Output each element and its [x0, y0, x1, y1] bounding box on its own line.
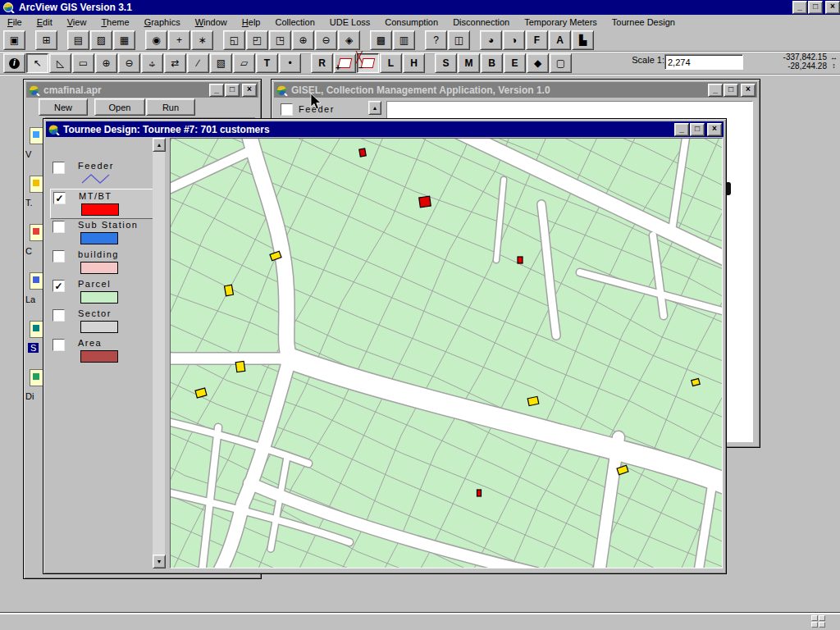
- query-builder-button[interactable]: ∗: [191, 30, 213, 50]
- theme-properties-button[interactable]: ▤: [67, 30, 89, 50]
- mtbt-marker[interactable]: [419, 196, 431, 208]
- remove-polygon-tool[interactable]: −╳: [357, 53, 379, 73]
- select-none-button[interactable]: ▩: [370, 30, 392, 50]
- app-minimize-button[interactable]: _: [792, 1, 807, 14]
- resize-grip[interactable]: [811, 615, 826, 628]
- project-sidebar-item-selected[interactable]: S: [28, 343, 39, 353]
- tournee-close-button[interactable]: ×: [707, 123, 722, 136]
- open-theme-table-button[interactable]: ▦: [113, 30, 135, 50]
- edit-legend-button[interactable]: ▨: [90, 30, 112, 50]
- menu-temporary-meters[interactable]: Temporary Meters: [517, 16, 605, 29]
- zoom-previous-button[interactable]: ◈: [338, 30, 360, 50]
- project-maximize-button[interactable]: □: [225, 84, 240, 97]
- run-button[interactable]: Run: [146, 98, 195, 116]
- select-box-tool[interactable]: ▭: [72, 53, 94, 73]
- add-polygon-tool[interactable]: +: [334, 53, 356, 73]
- menu-theme[interactable]: Theme: [94, 16, 136, 29]
- chart-tool-button[interactable]: ▙: [572, 30, 594, 50]
- menu-help[interactable]: Help: [235, 16, 268, 29]
- rounded-rect-tool[interactable]: ▢: [550, 53, 572, 73]
- customer-marker[interactable]: [527, 396, 539, 405]
- scale-input[interactable]: [664, 54, 743, 70]
- l-tool[interactable]: L: [380, 53, 402, 73]
- locate-address-button[interactable]: +: [168, 30, 190, 50]
- b-tool[interactable]: B: [481, 53, 503, 73]
- e-tool[interactable]: E: [504, 53, 526, 73]
- legend-checkbox[interactable]: [52, 221, 65, 233]
- project-minimize-button[interactable]: _: [209, 84, 224, 97]
- a-tool-button[interactable]: A: [549, 30, 571, 50]
- gisel-window-titlebar[interactable]: GISEL, Collection Management Application…: [274, 82, 757, 98]
- open-button[interactable]: Open: [94, 98, 145, 116]
- tournee-window[interactable]: Tournee Design: Tournee #7: 701 customer…: [43, 118, 727, 574]
- help-pointer-button[interactable]: ?: [425, 30, 447, 50]
- f-tool-button[interactable]: F: [526, 30, 548, 50]
- mtbt-marker[interactable]: [518, 257, 523, 263]
- identify-tool[interactable]: i: [3, 53, 25, 73]
- customer-marker[interactable]: [235, 361, 245, 372]
- diamond-tool[interactable]: ◆: [527, 53, 549, 73]
- app-titlebar[interactable]: ArcView GIS Version 3.1 _□×: [0, 0, 840, 15]
- gisel-legend-scroll-up[interactable]: ▲: [368, 101, 381, 115]
- legend-checkbox[interactable]: [52, 339, 65, 351]
- gisel-maximize-button[interactable]: □: [724, 84, 738, 97]
- legend-item-sector[interactable]: Sector: [50, 307, 152, 336]
- callout-tool[interactable]: ▱: [233, 53, 255, 73]
- add-theme-button[interactable]: ⊞: [35, 30, 57, 50]
- pointer-tool[interactable]: ↖: [26, 53, 48, 73]
- menu-disconnection[interactable]: Disconnection: [445, 16, 517, 29]
- legend-item-mt-bt[interactable]: ✓MT/BT: [50, 189, 153, 219]
- legend-checkbox[interactable]: [52, 309, 65, 322]
- m-tool[interactable]: M: [458, 53, 480, 73]
- h-tool[interactable]: H: [403, 53, 425, 73]
- fill-pattern-tool[interactable]: ▧: [210, 53, 232, 73]
- gisel-feeder-checkbox[interactable]: [281, 103, 293, 116]
- legend-scroll-down[interactable]: ▼: [153, 555, 166, 568]
- legend-item-parcel[interactable]: ✓Parcel: [50, 277, 152, 306]
- legend-checkbox[interactable]: ✓: [53, 192, 66, 204]
- project-window-titlebar[interactable]: cmafinal.apr _□×: [26, 82, 258, 98]
- half-pie-button[interactable]: ◑: [503, 30, 525, 50]
- zoom-full-extent-button[interactable]: ◱: [223, 30, 245, 50]
- app-close-button[interactable]: ×: [825, 1, 840, 14]
- tournee-maximize-button[interactable]: □: [690, 123, 705, 136]
- menu-collection[interactable]: Collection: [267, 16, 322, 29]
- legend-item-sub-station[interactable]: Sub Station: [50, 218, 152, 247]
- point-tool[interactable]: •: [279, 53, 301, 73]
- gisel-minimize-button[interactable]: _: [708, 84, 723, 97]
- legend-editor-button[interactable]: ▥: [393, 30, 415, 50]
- legend-scroll-up[interactable]: ▲: [153, 138, 166, 152]
- menu-view[interactable]: View: [60, 16, 94, 29]
- menu-window[interactable]: Window: [188, 16, 235, 29]
- tournee-map-canvas[interactable]: [170, 138, 723, 568]
- dialog-designer-button[interactable]: ◫: [448, 30, 470, 50]
- legend-checkbox[interactable]: [52, 250, 65, 262]
- draw-tool[interactable]: ∕: [187, 53, 209, 73]
- zoom-out-button[interactable]: ⊖: [315, 30, 337, 50]
- measure-tool[interactable]: ⇄: [164, 53, 186, 73]
- zoom-in-button[interactable]: ⊕: [292, 30, 314, 50]
- pan-tool[interactable]: ↔↕: [141, 53, 163, 73]
- zoom-out-tool[interactable]: ⊖: [118, 53, 140, 73]
- find-button[interactable]: ◉: [145, 30, 167, 50]
- s-tool[interactable]: S: [435, 53, 457, 73]
- legend-item-feeder[interactable]: Feeder: [50, 159, 152, 188]
- legend-checkbox[interactable]: [52, 162, 65, 174]
- gisel-close-button[interactable]: ×: [741, 84, 756, 97]
- new-button[interactable]: New: [39, 98, 88, 116]
- menu-graphics[interactable]: Graphics: [137, 16, 188, 29]
- zoom-selected-button[interactable]: ◳: [269, 30, 291, 50]
- menu-ude-loss[interactable]: UDE Loss: [322, 16, 378, 29]
- project-close-button[interactable]: ×: [242, 84, 257, 97]
- legend-item-building[interactable]: building: [50, 248, 152, 276]
- menu-edit[interactable]: Edit: [30, 16, 60, 29]
- legend-checkbox[interactable]: ✓: [52, 280, 65, 292]
- zoom-active-theme-button[interactable]: ◰: [246, 30, 268, 50]
- menu-consumption[interactable]: Consumption: [377, 16, 445, 29]
- tournee-minimize-button[interactable]: _: [674, 123, 689, 136]
- menu-tournee-design[interactable]: Tournee Design: [605, 16, 682, 29]
- customer-marker[interactable]: [692, 378, 701, 386]
- r-tool[interactable]: R: [311, 53, 333, 73]
- save-button[interactable]: ▣: [3, 30, 25, 50]
- vertex-edit-tool[interactable]: ◺: [49, 53, 71, 73]
